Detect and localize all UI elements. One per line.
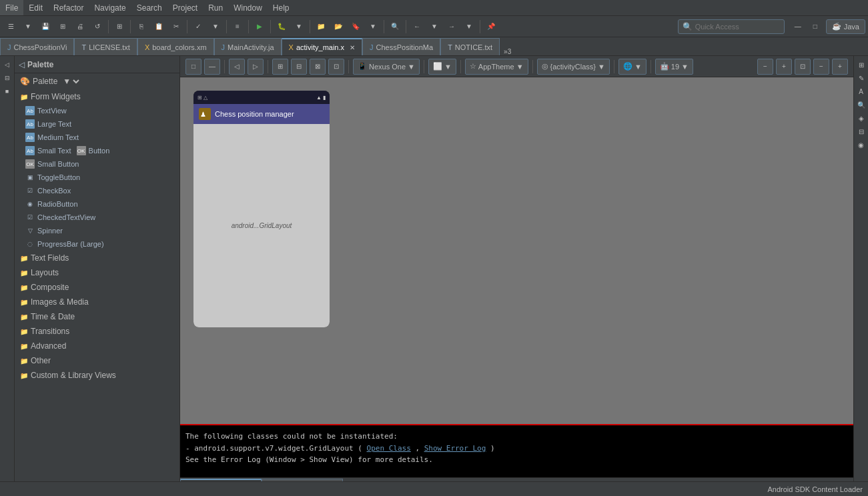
widget-progressbar[interactable]: ◌ ProgressBar (Large) (15, 237, 179, 251)
new-dropdown[interactable]: ▼ (20, 19, 36, 35)
view-btn-8[interactable]: ⊡ (328, 59, 344, 75)
widget-textview[interactable]: Ab TextView (15, 104, 179, 117)
right-icon-preview[interactable]: ◈ (855, 112, 867, 124)
category-layouts-header[interactable]: 📁 Layouts (15, 265, 179, 280)
bookmark-dropdown[interactable]: ▼ (365, 19, 381, 35)
view-btn-3[interactable]: ◁ (229, 59, 245, 75)
back-btn[interactable]: ← (409, 19, 425, 35)
view-btn-6[interactable]: ⊟ (291, 59, 307, 75)
tab-close-icon[interactable]: ✕ (350, 44, 355, 51)
left-icon-3[interactable]: ■ (1, 85, 13, 97)
forward-history[interactable]: ▼ (461, 19, 477, 35)
right-icon-minimize[interactable]: ⊟ (855, 125, 867, 137)
format-btn[interactable]: ≡ (230, 19, 246, 35)
new-btn[interactable]: ☰ (3, 19, 19, 35)
copy-btn[interactable]: ⎘ (133, 19, 149, 35)
refresh-btn[interactable]: ↺ (89, 19, 105, 35)
view-btn-1[interactable]: □ (185, 59, 201, 75)
show-error-log-link[interactable]: Show Error Log (424, 444, 486, 453)
widget-radio[interactable]: ◉ RadioButton (15, 197, 179, 211)
zoom-out-btn[interactable]: − (813, 59, 829, 75)
palette-collapse-btn[interactable]: ◁ (19, 60, 25, 69)
cut-btn[interactable]: ✂ (168, 19, 184, 35)
activity-selector[interactable]: ◎ {activityClass} ▼ (537, 59, 610, 75)
debug-dropdown[interactable]: ▼ (291, 19, 307, 35)
java-perspective-btn[interactable]: ☕ Java (826, 19, 865, 34)
widget-medium-text[interactable]: Ab Medium Text (15, 131, 179, 144)
view-btn-5[interactable]: ⊞ (272, 59, 288, 75)
api-selector[interactable]: 🤖 19 ▼ (655, 59, 693, 75)
widget-checkbox[interactable]: ☑ CheckBox (15, 184, 179, 197)
category-custom-library-header[interactable]: 📁 Custom & Library Views (15, 368, 179, 383)
folder-btn[interactable]: 📁 (313, 19, 329, 35)
theme-selector[interactable]: ☆ AppTheme ▼ (465, 59, 528, 75)
locale-selector[interactable]: 🌐 ▼ (618, 59, 646, 75)
menu-search[interactable]: Search (131, 0, 167, 15)
category-other-header[interactable]: 📁 Other (15, 353, 179, 368)
widget-spinner[interactable]: ▽ Spinner (15, 224, 179, 237)
view-btn-2[interactable]: — (204, 59, 220, 75)
widget-checked-textview[interactable]: ☑ CheckedTextView (15, 211, 179, 224)
restore-btn[interactable]: □ (807, 19, 823, 35)
check-dropdown[interactable]: ▼ (207, 19, 224, 35)
bookmark-btn[interactable]: 🔖 (348, 19, 364, 35)
category-transitions-header[interactable]: 📁 Transitions (15, 324, 179, 339)
right-icon-properties[interactable]: A (855, 85, 867, 97)
palette-view-dropdown[interactable]: ▼ (60, 76, 81, 87)
debug-btn[interactable]: 🐛 (274, 19, 290, 35)
right-icon-edit[interactable]: ✎ (855, 72, 867, 84)
save-all-btn[interactable]: ⊞ (55, 19, 71, 35)
tab-chess-position-vi[interactable]: J ChessPositionVi (0, 38, 74, 55)
view-btn-4[interactable]: ▷ (248, 59, 264, 75)
quick-access-input[interactable] (695, 23, 775, 31)
run-btn[interactable]: ▶ (252, 19, 268, 35)
minimize-btn[interactable]: — (790, 19, 806, 35)
tab-chess-position-ma[interactable]: J ChessPositionMa (362, 38, 440, 55)
menu-run[interactable]: Run (203, 0, 228, 15)
tab-more-btn[interactable]: »3 (500, 48, 515, 55)
orientation-btn[interactable]: ⬜ ▼ (428, 59, 456, 75)
zoom-out-small-btn[interactable]: − (757, 59, 773, 75)
menu-edit[interactable]: Edit (23, 0, 48, 15)
zoom-fit-btn[interactable]: ⊡ (795, 59, 811, 75)
right-icon-search[interactable]: 🔍 (855, 99, 867, 111)
widget-small-text[interactable]: Ab Small Text OK Button (15, 144, 179, 157)
category-text-fields-header[interactable]: 📁 Text Fields (15, 251, 179, 265)
back-history[interactable]: ▼ (426, 19, 442, 35)
tab-activity-main[interactable]: X activity_main.x ✕ (282, 38, 362, 55)
category-images-media-header[interactable]: 📁 Images & Media (15, 295, 179, 309)
zoom-in-small-btn[interactable]: + (776, 59, 792, 75)
left-icon-2[interactable]: ⊟ (1, 72, 13, 84)
right-icon-alert[interactable]: ◉ (855, 139, 867, 151)
device-selector[interactable]: 📱 Nexus One ▼ (353, 59, 420, 75)
left-icon-1[interactable]: ◁ (1, 59, 13, 71)
tab-main-activity[interactable]: J MainActivity.ja (214, 38, 282, 55)
tab-license[interactable]: T LICENSE.txt (74, 38, 137, 55)
menu-refactor[interactable]: Refactor (48, 0, 89, 15)
tab-board-colors[interactable]: X board_colors.xm (137, 38, 214, 55)
category-composite-header[interactable]: 📁 Composite (15, 280, 179, 295)
forward-btn[interactable]: → (444, 19, 460, 35)
widget-large-text[interactable]: Ab Large Text (15, 117, 179, 131)
menu-project[interactable]: Project (167, 0, 203, 15)
menu-file[interactable]: File (0, 0, 23, 15)
open-class-link[interactable]: Open Class (367, 444, 411, 453)
tab-notice[interactable]: T NOTICE.txt (440, 38, 500, 55)
widget-small-button[interactable]: OK Small Button (15, 157, 179, 171)
folder2-btn[interactable]: 📂 (330, 19, 346, 35)
check-btn[interactable]: ✓ (190, 19, 206, 35)
quick-access-box[interactable]: 🔍 (678, 19, 785, 34)
print-btn[interactable]: 🖨 (72, 19, 88, 35)
save-btn[interactable]: 💾 (37, 19, 53, 35)
right-icon-structure[interactable]: ⊞ (855, 59, 867, 71)
grid-btn[interactable]: ⊞ (111, 19, 127, 35)
widget-toggle[interactable]: ▣ ToggleButton (15, 171, 179, 184)
menu-window[interactable]: Window (228, 0, 268, 15)
menu-help[interactable]: Help (268, 0, 295, 15)
category-form-widgets-header[interactable]: 📁 Form Widgets (15, 89, 179, 104)
category-advanced-header[interactable]: 📁 Advanced (15, 339, 179, 353)
search-btn[interactable]: 🔍 (387, 19, 403, 35)
pin-btn[interactable]: 📌 (483, 19, 499, 35)
category-time-date-header[interactable]: 📁 Time & Date (15, 309, 179, 324)
paste-btn[interactable]: 📋 (151, 19, 167, 35)
